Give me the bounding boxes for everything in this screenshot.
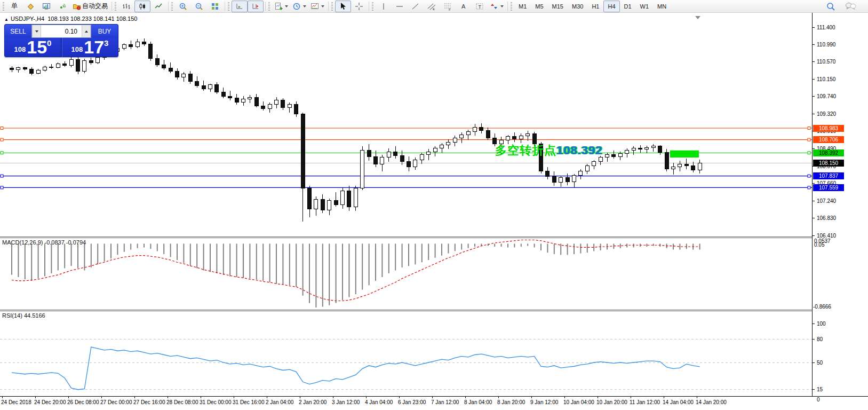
volume-input[interactable]: 0.10: [41, 25, 82, 37]
svg-text:110.990: 110.990: [817, 42, 836, 48]
sell-price-sup: 0: [47, 38, 51, 48]
chart-graphics: 111.400110.990110.570110.150109.740109.3…: [0, 0, 868, 410]
candlestick-series: [10, 38, 702, 222]
svg-text:8 Jan 04:00: 8 Jan 04:00: [464, 399, 492, 405]
svg-text:10 Jan 04:00: 10 Jan 04:00: [563, 399, 594, 405]
collapse-arrow-icon[interactable]: ▲: [4, 17, 9, 22]
svg-text:109.320: 109.320: [817, 111, 837, 117]
rsi-line: [12, 347, 700, 390]
line-right-handle[interactable]: [808, 175, 810, 177]
time-axis: 24 Dec 201824 Dec 20:0026 Dec 08:0027 De…: [1, 396, 727, 405]
svg-text:109.740: 109.740: [817, 93, 837, 99]
mt4-window: 单自动交易EFATM1M5M15M30H1H4D1W1MN 111.400110…: [0, 0, 868, 410]
svg-text:6 Jan 23:00: 6 Jan 23:00: [398, 399, 426, 405]
buy-price-base: 108: [71, 45, 83, 53]
svg-text:-0.8666: -0.8666: [813, 304, 831, 310]
horizontal-lines: [0, 127, 812, 189]
rsi-panel: 1008050150: [0, 321, 826, 403]
price-level-label-107.837: 107.837: [813, 172, 844, 179]
price-level-label-108.706: 108.706: [813, 136, 844, 143]
macd-indicator-label: MACD(12,26,9) -0.0837 -0.0794: [2, 239, 86, 246]
line-right-handle[interactable]: [808, 127, 810, 130]
buy-button[interactable]: BUY: [91, 25, 118, 38]
price-level-label-107.559: 107.559: [813, 184, 844, 191]
svg-text:14 Jan 20:00: 14 Jan 20:00: [696, 399, 727, 405]
sell-button[interactable]: SELL: [5, 25, 31, 38]
svg-text:9 Jan 12:00: 9 Jan 12:00: [530, 399, 559, 405]
chevron-up-icon: [85, 30, 88, 33]
line-left-handle[interactable]: [1, 138, 3, 141]
buy-price-sup: 3: [104, 38, 108, 48]
line-left-handle[interactable]: [1, 152, 3, 154]
svg-text:100: 100: [817, 321, 826, 327]
svg-text:0.05: 0.05: [814, 242, 825, 248]
svg-text:11 Jan 12:00: 11 Jan 12:00: [630, 399, 660, 405]
svg-text:107.240: 107.240: [817, 198, 837, 204]
svg-text:26 Dec 08:00: 26 Dec 08:00: [67, 399, 99, 405]
svg-text:110.150: 110.150: [817, 76, 836, 82]
line-left-handle[interactable]: [1, 186, 3, 189]
svg-text:4 Jan 04:00: 4 Jan 04:00: [365, 399, 393, 405]
svg-text:24 Dec 2018: 24 Dec 2018: [1, 399, 31, 405]
svg-text:2 Jan 20:00: 2 Jan 20:00: [299, 399, 327, 405]
panel-separator[interactable]: [0, 310, 812, 311]
annotation-chinese-text: 多空转折点: [495, 144, 556, 157]
svg-text:10 Jan 20:00: 10 Jan 20:00: [596, 399, 627, 405]
line-right-handle[interactable]: [808, 138, 810, 141]
svg-text:14 Jan 04:00: 14 Jan 04:00: [663, 399, 694, 405]
chevron-down-icon: [35, 30, 38, 33]
buy-price-big: 17: [84, 39, 104, 55]
svg-text:3 Jan 12:00: 3 Jan 12:00: [332, 399, 360, 405]
line-right-handle[interactable]: [808, 152, 810, 154]
svg-text:106.830: 106.830: [817, 215, 837, 221]
svg-text:28 Dec 08:00: 28 Dec 08:00: [166, 399, 198, 405]
svg-text:7 Jan 12:00: 7 Jan 12:00: [431, 399, 459, 405]
svg-text:2 Jan 04:00: 2 Jan 04:00: [266, 399, 294, 405]
rsi-indicator-label: RSI(14) 44.5166: [2, 312, 45, 319]
sell-price-display[interactable]: 108 15 0: [5, 38, 61, 57]
svg-text:50: 50: [817, 360, 823, 366]
one-click-trading-panel: SELL 0.10 BUY 108 15 0 108 17 3: [4, 24, 118, 57]
svg-text:0: 0: [817, 397, 820, 403]
price-level-label-108.983: 108.983: [813, 125, 844, 132]
volume-stepper: 0.10: [31, 25, 91, 38]
svg-text:27 Dec 16:00: 27 Dec 16:00: [133, 399, 165, 405]
current-price-label: 108.150: [813, 160, 844, 167]
svg-text:31 Dec 16:00: 31 Dec 16:00: [233, 399, 265, 405]
svg-text:27 Dec 00:00: 27 Dec 00:00: [100, 399, 132, 405]
chart-annotation-text: 多空转折点108.392: [495, 143, 603, 159]
line-left-handle[interactable]: [1, 127, 3, 130]
line-left-handle[interactable]: [1, 175, 3, 177]
svg-text:31 Dec 00:00: 31 Dec 00:00: [200, 399, 232, 405]
volume-decrease-button[interactable]: [32, 25, 41, 37]
ohlc-values: 108.193 108.233 108.141 108.150: [47, 15, 137, 22]
volume-increase-button[interactable]: [82, 25, 91, 37]
svg-text:110.570: 110.570: [817, 59, 836, 65]
svg-text:80: 80: [817, 336, 823, 342]
chart-shift-marker-icon[interactable]: [695, 16, 700, 19]
sell-price-big: 15: [27, 39, 47, 55]
macd-panel: 0.05370.05-0.8666: [12, 238, 831, 310]
svg-text:24 Dec 20:00: 24 Dec 20:00: [34, 399, 66, 405]
svg-text:15: 15: [817, 387, 823, 392]
sell-price-base: 108: [14, 45, 26, 53]
highlight-rectangle[interactable]: [670, 151, 699, 157]
svg-text:8 Jan 20:00: 8 Jan 20:00: [497, 399, 525, 405]
svg-text:111.400: 111.400: [817, 25, 835, 30]
panel-separator[interactable]: [0, 236, 812, 238]
line-right-handle[interactable]: [808, 186, 810, 189]
chart-symbol-label: ▲USDJPY-,H4 108.193 108.233 108.141 108.…: [4, 15, 137, 22]
symbol-name: USDJPY-,H4: [11, 15, 44, 22]
annotation-price-text: 108.392: [556, 144, 603, 157]
price-level-label-108.392: 108.392: [813, 149, 844, 156]
buy-price-display[interactable]: 108 17 3: [62, 38, 118, 57]
